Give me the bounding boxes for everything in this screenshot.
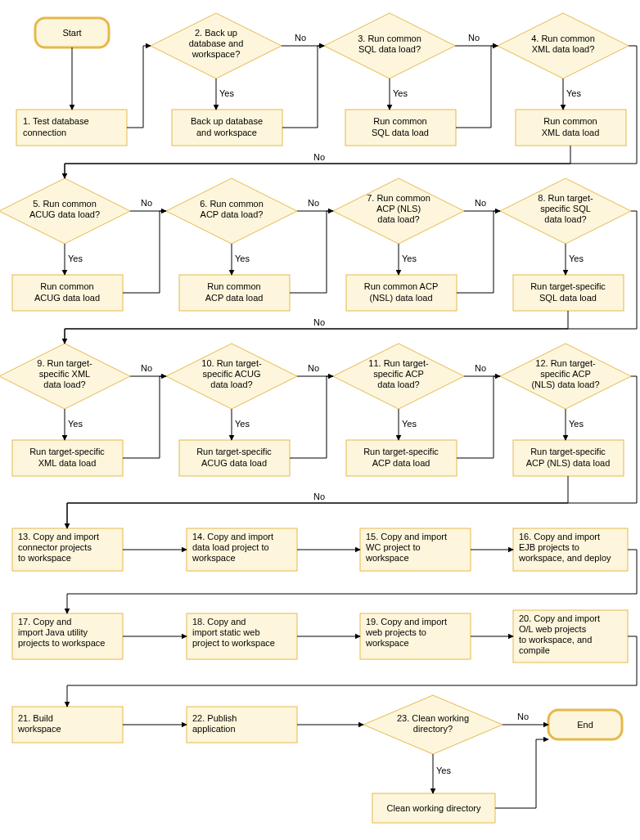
q7-l2: data load? xyxy=(377,214,419,224)
a5-l1: ACUG data load xyxy=(34,293,100,303)
a6-l1: ACP data load xyxy=(205,293,264,303)
a3-l1: SQL data load xyxy=(372,128,429,137)
n16-l1: EJB projects to xyxy=(519,542,579,552)
svg-text:Yes: Yes xyxy=(219,88,234,98)
q8-l0: 8. Run target- xyxy=(538,193,593,203)
q2-l2: workspace? xyxy=(192,49,241,59)
q23-l0: 23. Clean working xyxy=(397,713,469,723)
n18-l0: 18. Copy and xyxy=(192,617,246,627)
n13-l0: 13. Copy and import xyxy=(18,532,99,541)
a10-l1: ACUG data load xyxy=(201,458,267,468)
q10-l1: specific ACUG xyxy=(203,369,261,379)
q9-l2: data load? xyxy=(43,380,85,389)
q10-l2: data load? xyxy=(210,380,252,389)
a10-l0: Run target-specific xyxy=(196,447,272,456)
n1-l1: connection xyxy=(23,128,66,137)
n16-l2: workspace, and deploy xyxy=(518,553,611,563)
n20-l1: O/L web projects xyxy=(519,624,587,634)
n1-l0: 1. Test database xyxy=(23,116,89,126)
q3-l0: 3. Run common xyxy=(358,34,421,43)
q3-l1: SQL data load? xyxy=(358,44,421,54)
svg-text:Yes: Yes xyxy=(393,88,408,98)
q7-l1: ACP (NLS) xyxy=(376,204,421,213)
n16-l0: 16. Copy and import xyxy=(519,532,600,541)
n21-l0: 21. Build xyxy=(18,713,53,723)
q9-l1: specific XML xyxy=(39,369,90,379)
svg-text:Yes: Yes xyxy=(235,419,250,429)
svg-text:No: No xyxy=(141,198,152,208)
n20-l3: compile xyxy=(519,645,550,655)
n20-l2: to workspace, and xyxy=(519,635,592,645)
a23-l0: Clean working directory xyxy=(387,803,481,813)
q7-l0: 7. Run common xyxy=(367,193,430,203)
a12-l1: ACP (NLS) data load xyxy=(526,458,611,468)
a3-l0: Run common xyxy=(373,116,426,126)
svg-text:Yes: Yes xyxy=(402,419,417,429)
a5-l0: Run common xyxy=(40,281,93,291)
q6-l1: ACP data load? xyxy=(201,209,264,219)
n14-l2: workspace xyxy=(192,553,236,563)
a2-l1: and workspace xyxy=(196,128,257,137)
svg-text:No: No xyxy=(141,363,152,373)
svg-text:Yes: Yes xyxy=(566,88,581,98)
q12-l0: 12. Run target- xyxy=(535,358,596,368)
n13-l2: to workspace xyxy=(18,553,71,563)
a4-l1: XML data load xyxy=(542,128,600,137)
q5-l0: 5. Run common xyxy=(33,199,97,209)
n19-l0: 19. Copy and import xyxy=(366,617,447,627)
n14-l1: data load project to xyxy=(192,542,269,552)
q12-l2: (NLS) data load? xyxy=(531,380,599,389)
a2-l0: Back up database xyxy=(191,116,263,126)
q10-l0: 10. Run target- xyxy=(201,358,262,368)
svg-text:Yes: Yes xyxy=(68,419,83,429)
n18-l1: import static web xyxy=(192,627,260,637)
a8-l1: SQL data load xyxy=(539,293,597,303)
n14-l0: 14. Copy and import xyxy=(192,532,273,541)
a7-l0: Run common ACP xyxy=(364,281,438,291)
n17-l1: import Java utility xyxy=(18,627,88,637)
n22-l1: application xyxy=(192,724,236,734)
n15-l2: workspace xyxy=(365,553,409,563)
svg-text:Yes: Yes xyxy=(402,254,417,263)
n15-l0: 15. Copy and import xyxy=(366,532,447,541)
n13-l1: connector projects xyxy=(18,542,92,552)
q5-l1: ACUG data load? xyxy=(29,209,100,219)
svg-text:Yes: Yes xyxy=(68,254,83,263)
q12-l1: specific ACP xyxy=(540,369,591,379)
n19-l2: workspace xyxy=(365,638,409,648)
svg-text:No: No xyxy=(468,33,480,43)
svg-text:Yes: Yes xyxy=(569,254,584,263)
n18-l2: project to workspace xyxy=(192,638,275,648)
svg-text:No: No xyxy=(517,712,529,721)
n17-l2: projects to workspace xyxy=(18,638,105,648)
q4-l1: XML data load? xyxy=(532,44,595,54)
q11-l0: 11. Run target- xyxy=(368,358,429,368)
svg-text:No: No xyxy=(295,33,306,43)
a4-l0: Run common xyxy=(543,116,597,126)
q8-l1: specific SQL xyxy=(540,204,591,213)
q23-l1: directory? xyxy=(413,724,453,734)
n20-l0: 20. Copy and import xyxy=(519,613,600,623)
q2-l1: database and xyxy=(189,38,244,48)
end-label: End xyxy=(577,720,593,730)
a9-l1: XML data load xyxy=(38,458,97,468)
svg-text:No: No xyxy=(313,152,325,162)
start-label: Start xyxy=(62,28,81,38)
svg-text:No: No xyxy=(308,198,319,208)
svg-text:Yes: Yes xyxy=(569,419,584,429)
q8-l2: data load? xyxy=(544,214,586,224)
svg-text:Yes: Yes xyxy=(235,254,250,263)
svg-text:No: No xyxy=(475,198,486,208)
q11-l2: data load? xyxy=(377,380,419,389)
svg-text:No: No xyxy=(308,363,319,373)
a11-l0: Run target-specific xyxy=(363,447,439,456)
a12-l0: Run target-specific xyxy=(530,447,606,456)
n21-l1: workspace xyxy=(17,724,61,734)
a8-l0: Run target-specific xyxy=(530,281,606,291)
a6-l0: Run common xyxy=(207,281,260,291)
a9-l0: Run target-specific xyxy=(29,447,105,456)
flowchart: Start 1. Test database connection 2. Bac… xyxy=(0,0,640,840)
n19-l1: web projects to xyxy=(365,627,426,637)
n15-l1: WC project to xyxy=(366,542,421,552)
q4-l0: 4. Run common xyxy=(531,34,595,43)
